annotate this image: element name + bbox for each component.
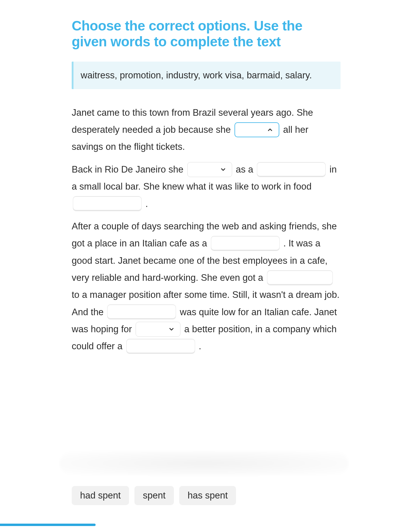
text: as a xyxy=(236,164,256,175)
blank-input-salary[interactable] xyxy=(107,304,176,319)
option-had-spent[interactable]: had spent xyxy=(72,486,129,505)
blank-input-work-visa[interactable] xyxy=(126,339,195,354)
text: . xyxy=(145,199,148,209)
paragraph-1: Janet came to this town from Brazil seve… xyxy=(72,104,341,156)
chevron-down-icon xyxy=(168,326,175,333)
exercise-page: Choose the correct options. Use the give… xyxy=(0,0,420,532)
progress-bar xyxy=(0,524,96,526)
blank-input-waitress[interactable] xyxy=(211,236,280,251)
content-column: Choose the correct options. Use the give… xyxy=(72,18,341,355)
blank-input-barmaid[interactable] xyxy=(257,162,326,177)
dropdown-3-verb-hoping[interactable] xyxy=(136,322,180,337)
chevron-down-icon xyxy=(220,166,226,173)
text: . xyxy=(199,341,201,351)
paragraph-2: Back in Rio De Janeiro she as a in a sma… xyxy=(72,161,341,212)
text: Back in Rio De Janeiro she xyxy=(72,164,186,175)
dropdown-2-verb-worked[interactable] xyxy=(187,162,232,177)
passage: Janet came to this town from Brazil seve… xyxy=(72,104,341,355)
options-row: had spent spent has spent xyxy=(72,486,420,505)
option-has-spent[interactable]: has spent xyxy=(179,486,236,505)
word-bank: waitress, promotion, industry, work visa… xyxy=(72,62,341,89)
blank-input-promotion[interactable] xyxy=(267,270,333,285)
paragraph-3: After a couple of days searching the web… xyxy=(72,218,341,355)
blank-input-industry[interactable] xyxy=(73,196,142,211)
option-spent[interactable]: spent xyxy=(134,486,174,505)
exercise-title: Choose the correct options. Use the give… xyxy=(72,18,341,50)
panel-shadow xyxy=(60,451,348,475)
dropdown-1-verb-spent[interactable] xyxy=(234,122,279,137)
chevron-up-icon xyxy=(267,126,273,133)
